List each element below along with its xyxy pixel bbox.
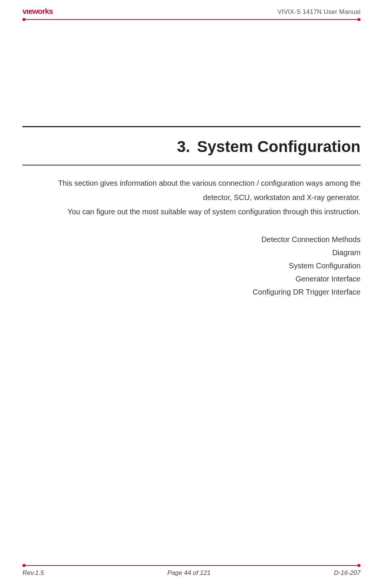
section-toc: Detector Connection Methods Diagram Syst…: [22, 233, 361, 299]
toc-item: Detector Connection Methods: [22, 233, 361, 246]
intro-line: You can figure out the most suitable way…: [22, 205, 361, 219]
section-rule-bottom: [22, 165, 361, 165]
section-intro: This section gives information about the…: [22, 176, 361, 219]
footer: Rev.1.5 Page 44 of 121 D-16-207: [22, 564, 361, 577]
page-body: 3. System Configuration This section giv…: [22, 21, 361, 564]
vieworks-logo-icon: vıeworks: [22, 8, 78, 16]
logo: vıeworks: [22, 8, 78, 16]
section-title: System Configuration: [197, 138, 361, 155]
intro-line: detector, SCU, workstaton and X-ray gene…: [22, 190, 361, 205]
toc-item: Diagram: [22, 246, 361, 259]
section-heading: 3. System Configuration: [22, 127, 361, 165]
intro-line: This section gives information about the…: [22, 176, 361, 190]
footer-doc-id: D-16-207: [334, 569, 361, 577]
svg-text:vıeworks: vıeworks: [22, 8, 53, 15]
dot-icon: [358, 564, 361, 567]
toc-item: System Configuration: [22, 259, 361, 272]
dot-icon: [22, 18, 25, 21]
dot-icon: [358, 18, 361, 21]
toc-item: Generator Interface: [22, 272, 361, 286]
footer-page: Page 44 of 121: [168, 569, 211, 577]
rule-line: [25, 565, 358, 566]
dot-icon: [22, 564, 25, 567]
section-number: 3.: [177, 138, 190, 155]
toc-item: Configuring DR Trigger Interface: [22, 286, 361, 299]
rule-line: [25, 19, 358, 20]
document-title: VIVIX-S 1417N User Manual: [278, 8, 361, 16]
footer-divider: [22, 564, 361, 567]
header: vıeworks VIVIX-S 1417N User Manual: [22, 8, 361, 17]
header-divider: [22, 18, 361, 21]
footer-rev: Rev.1.5: [22, 569, 44, 577]
